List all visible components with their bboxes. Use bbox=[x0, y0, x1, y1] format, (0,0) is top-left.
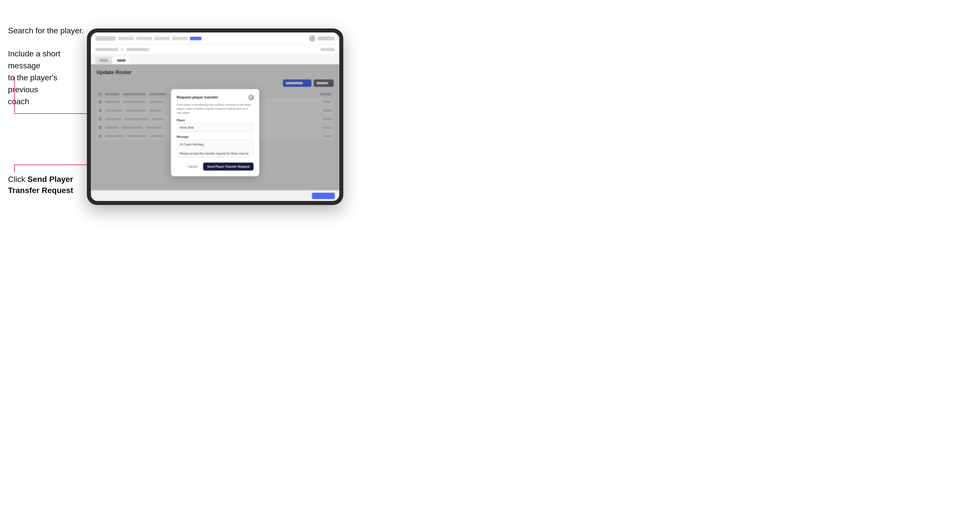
tablet-screen: Update Roster bbox=[91, 32, 339, 201]
breadcrumb-sep bbox=[121, 48, 123, 51]
annotation-message: Include a short message to the player's … bbox=[8, 48, 82, 108]
app-logo bbox=[95, 36, 115, 41]
arrow-line-1 bbox=[14, 77, 15, 114]
annotation-search: Search for the player. bbox=[8, 25, 84, 36]
tab-2-label bbox=[117, 59, 126, 62]
breadcrumb-item-2 bbox=[126, 48, 149, 51]
player-input[interactable] bbox=[177, 123, 253, 132]
tab-1 bbox=[95, 57, 112, 64]
header-btn bbox=[318, 37, 335, 40]
modal-overlay: Request player transfer × If the player … bbox=[91, 64, 339, 201]
nav-item-matches bbox=[154, 37, 170, 40]
nav-item-active bbox=[190, 37, 201, 40]
cancel-button[interactable]: Cancel bbox=[185, 163, 200, 170]
header-avatar bbox=[309, 35, 315, 41]
modal-dialog: Request player transfer × If the player … bbox=[171, 89, 259, 176]
message-textarea[interactable]: Hi Coach McHarg, Please accept this tran… bbox=[177, 140, 253, 157]
send-transfer-request-button[interactable]: Send Player Transfer Request bbox=[203, 163, 253, 171]
header-right bbox=[309, 35, 335, 41]
annotation-click: Click Send Player Transfer Request bbox=[8, 174, 73, 196]
tab-1-label bbox=[99, 59, 108, 62]
arrow-line-2-v bbox=[14, 165, 15, 173]
message-field-label: Message bbox=[177, 135, 253, 138]
nav-item-tournaments bbox=[118, 37, 134, 40]
footer-save-btn bbox=[312, 193, 335, 199]
tab-bar bbox=[91, 55, 339, 64]
nav-item-more bbox=[172, 37, 188, 40]
modal-header: Request player transfer × bbox=[177, 95, 253, 100]
tablet-device: Update Roster bbox=[87, 29, 343, 205]
modal-footer: Cancel Send Player Transfer Request bbox=[177, 163, 253, 171]
nav-item-teams bbox=[136, 37, 152, 40]
sub-header bbox=[91, 44, 339, 55]
nav-items bbox=[118, 37, 306, 40]
modal-description: If the player is transferring from anoth… bbox=[177, 103, 253, 115]
app-header bbox=[91, 32, 339, 44]
player-field-label: Player bbox=[177, 119, 253, 122]
tab-2-active bbox=[113, 57, 130, 64]
breadcrumb-item-1 bbox=[95, 48, 118, 51]
footer-bar bbox=[91, 190, 339, 201]
main-content: Update Roster bbox=[91, 64, 339, 201]
modal-title: Request player transfer bbox=[177, 95, 218, 99]
sub-right bbox=[320, 48, 335, 51]
modal-close-button[interactable]: × bbox=[248, 95, 253, 100]
